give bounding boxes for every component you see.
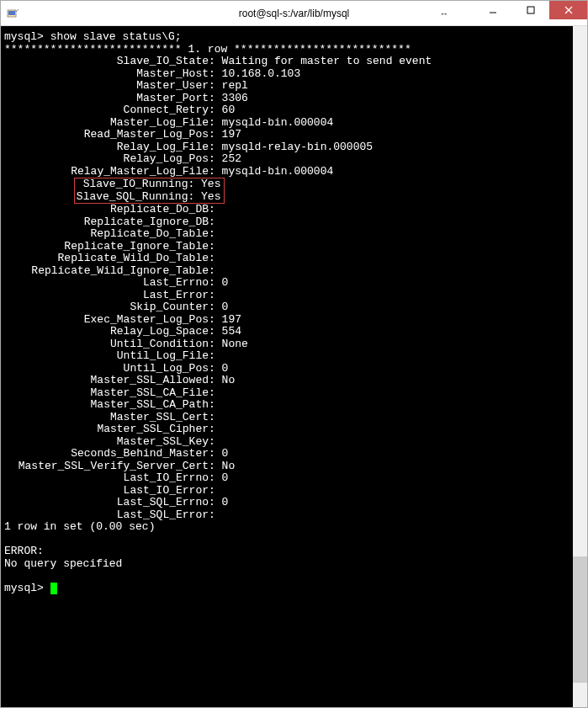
- field-value: 60: [222, 104, 236, 116]
- terminal-window: root@sql-s:/var/lib/mysql ↔ mysql> show …: [0, 0, 588, 708]
- maximize-button[interactable]: [511, 1, 549, 19]
- field-key: Replicate_Do_DB: [4, 204, 209, 216]
- field-key: Master_SSL_CA_Path: [4, 399, 209, 412]
- status-field: Last_SQL_Error:: [4, 509, 573, 522]
- field-key: Until_Log_Pos: [4, 363, 209, 375]
- field-key: Master_Host: [4, 68, 209, 81]
- status-field: Master_SSL_Verify_Server_Cert: No: [4, 460, 573, 473]
- field-key: Replicate_Wild_Ignore_Table: [4, 265, 209, 278]
- command: show slave status\G;: [50, 30, 182, 43]
- terminal-area: mysql> show slave status\G;*************…: [1, 26, 587, 707]
- status-field: Until_Log_File:: [4, 350, 573, 363]
- status-field: Last_Errno: 0: [4, 277, 573, 290]
- field-value: No: [222, 374, 236, 386]
- status-field: Last_IO_Error:: [4, 485, 573, 498]
- field-key: Last_Error: [4, 290, 209, 302]
- field-value: repl: [222, 79, 248, 92]
- row-header: *************************** 1. row *****…: [4, 44, 573, 56]
- status-field: Slave_SQL_Running: Yes: [77, 190, 221, 203]
- minimize-button[interactable]: [474, 1, 511, 19]
- prompt: mysql>: [4, 30, 44, 43]
- svg-rect-4: [527, 7, 534, 13]
- field-key: Replicate_Ignore_Table: [4, 241, 209, 253]
- status-field: Master_SSL_Allowed: No: [4, 375, 573, 387]
- terminal[interactable]: mysql> show slave status\G;*************…: [1, 26, 573, 707]
- field-value: 252: [222, 152, 241, 165]
- field-key: Until_Log_File: [4, 350, 209, 363]
- status-field: Slave_IO_State: Waiting for master to se…: [4, 56, 573, 68]
- status-field: Last_SQL_Errno: 0: [4, 497, 573, 509]
- status-field: Master_SSL_CA_File:: [4, 387, 573, 400]
- status-field: Master_Host: 10.168.0.103: [4, 68, 573, 81]
- field-value: 10.168.0.103: [222, 67, 301, 80]
- field-key: Last_SQL_Errno: [4, 497, 209, 509]
- field-value: 197: [222, 313, 241, 326]
- field-value: 3306: [222, 92, 248, 104]
- field-value: 0: [222, 471, 229, 484]
- status-fields-2: Replicate_Do_DB: Replicate_Ignore_DB: Re…: [4, 204, 573, 521]
- field-key: Relay_Master_Log_File: [4, 166, 209, 178]
- status-field: Master_Log_File: mysqld-bin.000004: [4, 117, 573, 130]
- field-key: Slave_IO_State: [4, 56, 209, 68]
- status-field: Replicate_Ignore_Table:: [4, 241, 573, 253]
- status-field: Master_SSL_Cert:: [4, 412, 573, 424]
- status-field: Last_IO_Errno: 0: [4, 472, 573, 485]
- status-field: Replicate_Do_DB:: [4, 204, 573, 216]
- field-key: Master_SSL_CA_File: [4, 387, 209, 400]
- resize-icon[interactable]: ↔: [432, 5, 457, 22]
- field-key: Last_SQL_Error: [4, 509, 209, 522]
- field-key: Master_User: [4, 80, 209, 93]
- status-field: Last_Error:: [4, 290, 573, 302]
- titlebar-controls: ↔: [432, 1, 587, 25]
- svg-rect-1: [8, 11, 15, 15]
- field-value: mysqld-relay-bin.000005: [222, 141, 373, 153]
- field-key: Relay_Log_Space: [4, 326, 209, 338]
- status-field: Replicate_Ignore_DB:: [4, 216, 573, 229]
- field-key: Seconds_Behind_Master: [4, 448, 209, 460]
- field-key: Read_Master_Log_Pos: [4, 129, 209, 141]
- status-field: Master_SSL_Cipher:: [4, 423, 573, 436]
- status-field: Replicate_Do_Table:: [4, 228, 573, 241]
- field-key: Master_SSL_Allowed: [4, 375, 209, 387]
- prompt-line: mysql> show slave status\G;: [4, 31, 573, 44]
- field-key: Replicate_Wild_Do_Table: [4, 253, 209, 265]
- status-field: Read_Master_Log_Pos: 197: [4, 129, 573, 141]
- status-field: Relay_Log_Space: 554: [4, 326, 573, 338]
- field-value: Waiting for master to send event: [222, 55, 432, 67]
- highlighted-box: Slave_IO_Running: Yes Slave_SQL_Running:…: [74, 178, 225, 204]
- field-value: 0: [222, 301, 229, 313]
- field-value: mysqld-bin.000004: [222, 116, 334, 129]
- status-field: Connect_Retry: 60: [4, 104, 573, 117]
- putty-icon: [6, 7, 19, 20]
- field-key: Last_Errno: [4, 277, 209, 290]
- scrollbar[interactable]: [573, 26, 587, 707]
- error-message: No query specified: [4, 558, 573, 571]
- close-button[interactable]: [549, 1, 587, 19]
- highlighted-box-line: Slave_IO_Running: Yes Slave_SQL_Running:…: [4, 178, 573, 204]
- status-field: Until_Condition: None: [4, 338, 573, 351]
- field-key: Replicate_Do_Table: [4, 228, 209, 241]
- field-key: Master_SSL_Cipher: [4, 423, 209, 436]
- status-field: Replicate_Wild_Ignore_Table:: [4, 265, 573, 278]
- field-value: None: [222, 338, 248, 350]
- status-field: Exec_Master_Log_Pos: 197: [4, 314, 573, 327]
- status-field: Relay_Master_Log_File: mysqld-bin.000004: [4, 166, 573, 178]
- field-value: 554: [222, 325, 241, 338]
- status-field: Seconds_Behind_Master: 0: [4, 448, 573, 460]
- titlebar[interactable]: root@sql-s:/var/lib/mysql ↔: [1, 1, 587, 26]
- status-field: Replicate_Wild_Do_Table:: [4, 253, 573, 265]
- status-field: Until_Log_Pos: 0: [4, 363, 573, 375]
- field-key: Relay_Log_Pos: [4, 153, 209, 166]
- status-field: Skip_Counter: 0: [4, 301, 573, 314]
- field-value: 197: [222, 128, 241, 141]
- status-field: Master_User: repl: [4, 80, 573, 93]
- field-key: Master_SSL_Verify_Server_Cert: [4, 460, 209, 473]
- field-value: 0: [222, 496, 229, 508]
- status-fields: Slave_IO_State: Waiting for master to se…: [4, 56, 573, 178]
- field-value: 0: [222, 276, 229, 289]
- scrollbar-thumb[interactable]: [573, 556, 587, 683]
- field-key: Connect_Retry: [4, 104, 209, 117]
- field-key: Replicate_Ignore_DB: [4, 216, 209, 229]
- field-key: Skip_Counter: [4, 301, 209, 314]
- cursor: [50, 583, 57, 594]
